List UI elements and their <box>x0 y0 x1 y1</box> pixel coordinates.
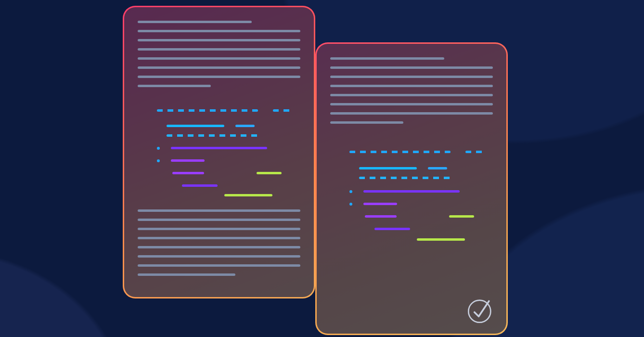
code-line <box>157 156 205 165</box>
document-card-verified <box>315 42 508 335</box>
illustration-stage <box>0 0 644 337</box>
code-line <box>359 173 451 182</box>
prose-lines-bottom <box>138 209 300 276</box>
prose-lines-top <box>138 21 300 87</box>
document-card-original-inner <box>124 7 314 297</box>
code-line <box>224 191 272 199</box>
code-block <box>138 106 300 202</box>
prose-line <box>138 237 300 239</box>
prose-line <box>138 21 252 23</box>
code-line <box>157 143 267 152</box>
prose-line <box>138 264 300 267</box>
prose-line <box>138 85 211 87</box>
prose-line <box>330 76 493 78</box>
code-line <box>365 212 474 220</box>
document-card-verified-inner <box>317 44 506 334</box>
prose-line <box>330 103 493 105</box>
verified-check-icon <box>466 295 496 325</box>
code-line <box>349 187 460 195</box>
prose-line <box>138 246 300 248</box>
code-block <box>330 147 493 253</box>
prose-line <box>138 219 300 221</box>
code-line <box>349 147 483 156</box>
code-line <box>167 131 258 140</box>
prose-line <box>138 57 300 60</box>
prose-line <box>138 76 300 78</box>
prose-line <box>330 121 403 124</box>
code-line <box>167 121 255 130</box>
prose-line <box>138 273 235 276</box>
code-line <box>172 168 282 177</box>
prose-line <box>138 30 300 32</box>
prose-line <box>330 112 493 115</box>
prose-line <box>138 255 300 258</box>
prose-line <box>138 66 300 69</box>
code-line <box>182 181 218 190</box>
code-line <box>359 164 447 172</box>
prose-lines-top <box>330 57 493 124</box>
code-line <box>349 199 397 208</box>
prose-line <box>138 39 300 41</box>
code-line <box>417 235 465 244</box>
prose-line <box>330 94 493 96</box>
code-line <box>157 106 290 115</box>
prose-line <box>138 48 300 51</box>
document-card-original <box>123 6 315 298</box>
prose-line <box>330 66 493 69</box>
prose-line <box>138 209 300 212</box>
prose-line <box>330 57 444 60</box>
prose-line <box>330 85 493 87</box>
code-line <box>374 224 410 233</box>
prose-line <box>138 228 300 230</box>
